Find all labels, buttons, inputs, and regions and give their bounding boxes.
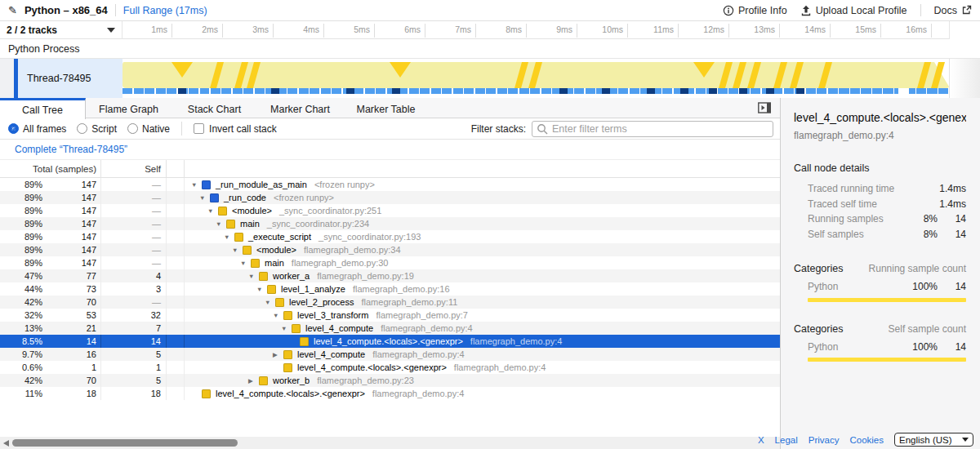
call-node-details-rows: Traced running time1.4msTraced self time… <box>794 181 966 242</box>
scroll-left-arrow-icon[interactable] <box>3 440 9 447</box>
footer-link-cookies[interactable]: Cookies <box>849 435 884 445</box>
invert-call-stack-checkbox[interactable]: Invert call stack <box>194 123 277 135</box>
tab-call-tree[interactable]: Call Tree <box>0 98 86 119</box>
footer-link-privacy[interactable]: Privacy <box>808 435 840 445</box>
table-row[interactable]: 32%5332▼level_3_transformflamegraph_demo… <box>0 309 780 322</box>
table-row[interactable]: 42%70—▼level_2_processflamegraph_demo.py… <box>0 296 780 309</box>
twisty-open-icon[interactable]: ▼ <box>199 194 210 202</box>
table-row[interactable]: 89%147—▼_run_code<frozen runpy> <box>0 191 780 204</box>
category-header-metric: Self sample count <box>889 323 966 335</box>
yellow-category-icon <box>226 220 235 229</box>
twisty-open-icon[interactable]: ▼ <box>248 273 259 280</box>
radio-native[interactable]: Native <box>127 123 170 135</box>
table-row[interactable]: 89%147—▼mainflamegraph_demo.py:30 <box>0 256 780 269</box>
table-row[interactable]: 47%774▼worker_aflamegraph_demo.py:19 <box>0 269 780 282</box>
sidebar-footer: XLegalPrivacyCookies English (US) <box>758 433 973 447</box>
cell-self: 32 <box>101 309 167 322</box>
twisty-open-icon[interactable]: ▼ <box>281 325 292 332</box>
function-name: level_1_analyze <box>281 284 345 294</box>
sidebar-toggle-button[interactable] <box>758 98 780 118</box>
table-row[interactable]: 13%217▼level_4_computeflamegraph_demo.py… <box>0 322 780 335</box>
twisty-open-icon[interactable]: ▼ <box>273 312 283 319</box>
thread-track-row[interactable]: Thread-78495 <box>0 59 980 98</box>
tab-marker-chart[interactable]: Marker Chart <box>257 98 343 118</box>
thread-track-label[interactable]: Thread-78495 <box>18 59 122 98</box>
table-row[interactable]: 89%147—▼main_sync_coordinator.py:234 <box>0 217 780 230</box>
twisty-open-icon[interactable]: ▼ <box>224 233 234 241</box>
table-row[interactable]: 8.5%1414level_4_compute.<locals>.<genexp… <box>0 335 780 348</box>
col-total-samples[interactable]: Total (samples) <box>0 164 100 174</box>
yellow-category-icon <box>202 389 211 398</box>
cell-total: 89%147 <box>0 217 101 230</box>
cell-total-percent: 8.5% <box>0 336 42 346</box>
detail-percent: 8% <box>906 213 938 224</box>
table-row[interactable]: 44%733▼level_1_analyzeflamegraph_demo.py… <box>0 282 780 296</box>
table-row[interactable]: 9.7%165▶level_4_computeflamegraph_demo.p… <box>0 348 780 361</box>
cell-total: 89%147 <box>0 243 101 256</box>
tracks-vertical-scrollbar[interactable] <box>949 59 980 98</box>
profile-info-button[interactable]: Profile Info <box>723 5 787 16</box>
function-name: <module> <box>232 206 272 216</box>
cell-tree: ▼worker_aflamegraph_demo.py:19 <box>185 269 780 282</box>
samples-strip-dark-segment <box>680 88 688 94</box>
horizontal-scrollbar <box>0 437 780 449</box>
twisty-open-icon[interactable]: ▼ <box>191 181 202 189</box>
function-file: flamegraph_demo.py:4 <box>470 336 563 346</box>
language-select[interactable]: English (US) <box>894 433 973 447</box>
table-row[interactable]: 89%147—▼<module>flamegraph_demo.py:34 <box>0 243 780 256</box>
table-row[interactable]: 11%1818level_4_compute.<locals>.<genexpr… <box>0 387 780 400</box>
twisty-open-icon[interactable]: ▼ <box>265 299 275 306</box>
cell-self-value: 4 <box>156 271 161 281</box>
radio-script[interactable]: Script <box>77 123 117 135</box>
samples-strip-dark-segment <box>392 88 400 94</box>
table-row[interactable]: 89%147—▼_run_module_as_main<frozen runpy… <box>0 178 780 191</box>
cell-total-percent: 89% <box>0 206 42 216</box>
table-row[interactable]: 42%705▶worker_bflamegraph_demo.py:23 <box>0 374 780 387</box>
breadcrumb-complete-thread[interactable]: Complete “Thread-78495” <box>15 144 127 155</box>
header-divider <box>115 4 116 16</box>
process-track-row[interactable]: Python Process <box>0 39 980 59</box>
table-row[interactable]: 89%147—▼<module>_sync_coordinator.py:251 <box>0 204 780 217</box>
filter-stacks-input[interactable] <box>532 121 773 137</box>
table-row[interactable]: 0.6%11level_4_compute.<locals>.<genexpr>… <box>0 361 780 374</box>
function-file: <frozen runpy> <box>314 180 375 189</box>
detail-value: 1.4ms <box>938 183 966 194</box>
cell-total-percent: 42% <box>0 376 42 385</box>
ruler-tick-label: 1ms <box>120 24 167 34</box>
thread-track-graph[interactable] <box>122 59 949 98</box>
cell-total: 42%70 <box>0 296 101 309</box>
docs-link[interactable]: Docs <box>934 5 972 16</box>
cell-total: 0.6%1 <box>0 361 101 374</box>
function-file: flamegraph_demo.py:11 <box>362 297 458 307</box>
footer-link-x[interactable]: X <box>758 435 764 445</box>
twisty-open-icon[interactable]: ▼ <box>232 247 243 254</box>
detail-label: Running samples <box>794 213 906 224</box>
tab-label: Call Tree <box>22 104 63 116</box>
twisty-open-icon[interactable]: ▼ <box>216 220 226 228</box>
twisty-open-icon[interactable]: ▼ <box>207 207 218 215</box>
cell-total-count: 147 <box>42 193 100 202</box>
upload-profile-button[interactable]: Upload Local Profile <box>800 5 907 16</box>
radio-all-frames[interactable]: All frames <box>8 123 66 135</box>
samples-strip-dark-segment <box>559 88 568 94</box>
table-row[interactable]: 89%147—▼_execute_script_sync_coordinator… <box>0 230 780 243</box>
tab-marker-table[interactable]: Marker Table <box>343 98 429 118</box>
filter-area: Filter stacks: <box>471 121 773 137</box>
edit-profile-name-icon[interactable]: ✎ <box>8 4 17 16</box>
detail-row: Running samples8%14 <box>794 211 966 227</box>
tab-stack-chart[interactable]: Stack Chart <box>172 98 257 118</box>
col-self[interactable]: Self <box>145 164 161 174</box>
horizontal-scrollbar-thumb[interactable] <box>12 439 238 447</box>
twisty-closed-icon[interactable]: ▶ <box>273 351 283 358</box>
function-name: level_4_compute.<locals>.<genexpr> <box>314 336 463 346</box>
cell-total-percent: 44% <box>0 284 42 294</box>
tab-flame-graph[interactable]: Flame Graph <box>86 98 172 118</box>
cell-category <box>167 361 185 374</box>
twisty-open-icon[interactable]: ▼ <box>240 260 251 267</box>
cell-total-count: 1 <box>42 362 100 372</box>
footer-link-legal[interactable]: Legal <box>775 435 798 445</box>
full-range-link[interactable]: Full Range (17ms) <box>123 5 207 16</box>
twisty-open-icon[interactable]: ▼ <box>256 286 267 293</box>
tracks-count-dropdown[interactable]: 2 / 2 tracks <box>0 21 122 39</box>
twisty-closed-icon[interactable]: ▶ <box>248 377 259 385</box>
